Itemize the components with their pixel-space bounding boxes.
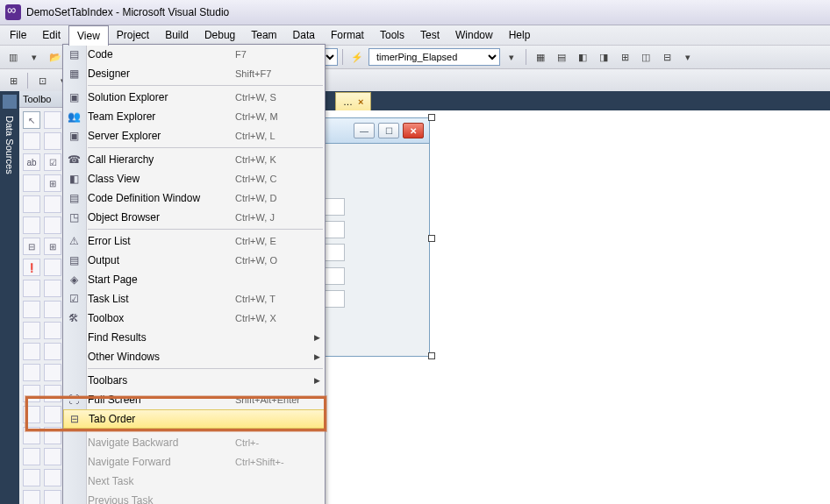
- layout-btn-4[interactable]: ◨: [594, 47, 613, 67]
- view-menu-error-list[interactable]: ⚠Error ListCtrl+W, E: [63, 231, 325, 251]
- view-menu-call-hierarchy[interactable]: ☎Call HierarchyCtrl+W, K: [63, 150, 325, 169]
- toolbox-item-17[interactable]: [44, 280, 61, 297]
- toolbox-item-20[interactable]: [23, 322, 40, 339]
- view-menu-toolbars[interactable]: Toolbars▶: [63, 371, 325, 390]
- view-menu-find-results[interactable]: Find Results▶: [63, 328, 325, 347]
- layout-btn-6[interactable]: ◫: [636, 47, 655, 67]
- menu-build[interactable]: Build: [157, 25, 197, 45]
- toolbox-item-8[interactable]: [23, 195, 40, 213]
- view-menu-other-windows[interactable]: Other Windows▶: [63, 347, 325, 366]
- toolbox-item-15[interactable]: [44, 259, 61, 276]
- view-menu-full-screen[interactable]: ⛶Full ScreenShift+Alt+Enter: [63, 390, 325, 409]
- toolbox-item-25[interactable]: [44, 364, 61, 381]
- toolbox-item-28[interactable]: [23, 406, 40, 423]
- toolbox-item-19[interactable]: [44, 301, 61, 318]
- toolbox-item-13[interactable]: ⊞: [44, 238, 61, 255]
- layout-btn-3[interactable]: ◧: [573, 47, 592, 67]
- toolbox-item-12[interactable]: ⊟: [23, 238, 40, 255]
- menu-test[interactable]: Test: [412, 25, 447, 45]
- toolbox-item-36[interactable]: [23, 490, 40, 504]
- toolbox-item-23[interactable]: [44, 343, 61, 360]
- menu-tools[interactable]: Tools: [372, 25, 412, 45]
- toolbox-item-5[interactable]: ☑: [44, 153, 61, 171]
- resize-handle-se[interactable]: [428, 352, 435, 359]
- toolbox-item-33[interactable]: [44, 448, 61, 465]
- close-window-button[interactable]: ✕: [403, 123, 424, 138]
- view-menu-designer[interactable]: ▦DesignerShift+F7: [63, 64, 325, 83]
- view-menu-solution-explorer[interactable]: ▣Solution ExplorerCtrl+W, S: [63, 88, 325, 107]
- close-icon[interactable]: ×: [358, 96, 363, 107]
- toolbox-item-2[interactable]: [23, 132, 40, 150]
- toolbox-item-7[interactable]: ⊞: [44, 174, 61, 192]
- toolbox-item-30[interactable]: [23, 427, 40, 444]
- left-dock-rail: Data Sources: [0, 91, 19, 504]
- toolbox-item-14[interactable]: ❗: [23, 259, 40, 276]
- menu-team[interactable]: Team: [243, 25, 284, 45]
- toolbox-item-34[interactable]: [23, 469, 40, 486]
- view-menu-output[interactable]: ▤OutputCtrl+W, O: [63, 251, 325, 270]
- view-menu-team-explorer[interactable]: 👥Team ExplorerCtrl+W, M: [63, 107, 325, 126]
- view-menu-tab-order[interactable]: ⊟Tab Order: [63, 409, 325, 429]
- menu-edit[interactable]: Edit: [34, 25, 68, 45]
- add-item-button[interactable]: ▾: [25, 47, 44, 67]
- toolbox-item-22[interactable]: [23, 343, 40, 360]
- view-menu-server-explorer[interactable]: ▣Server ExplorerCtrl+W, L: [63, 126, 325, 146]
- toolbox-item-4[interactable]: ab: [23, 153, 40, 171]
- designer-tab[interactable]: … ×: [335, 92, 371, 110]
- menu-help[interactable]: Help: [501, 25, 539, 45]
- new-project-button[interactable]: ▥: [4, 47, 23, 67]
- view-menu-start-page[interactable]: ◈Start Page: [63, 270, 325, 289]
- menu-item-icon: ⚠: [63, 235, 84, 247]
- menu-file[interactable]: File: [2, 25, 34, 45]
- menu-item-icon: ◧: [63, 173, 84, 185]
- toolbox-item-3[interactable]: [44, 132, 61, 150]
- view-menu-code-definition-window[interactable]: ▤Code Definition WindowCtrl+W, D: [63, 188, 325, 208]
- layout-btn-8[interactable]: ▾: [678, 47, 698, 67]
- toolbox-item-31[interactable]: [44, 427, 61, 444]
- toolbox-item-16[interactable]: [23, 280, 40, 297]
- toolbox-item-11[interactable]: [44, 217, 61, 234]
- toolbox-item-37[interactable]: [44, 490, 61, 504]
- resize-handle-e[interactable]: [428, 235, 435, 242]
- toolbox-item-18[interactable]: [23, 301, 40, 318]
- menu-data[interactable]: Data: [285, 25, 323, 45]
- toolbox-item-1[interactable]: [44, 111, 61, 129]
- view-menu-class-view[interactable]: ◧Class ViewCtrl+W, C: [63, 169, 325, 188]
- view-menu-object-browser[interactable]: ◳Object BrowserCtrl+W, J: [63, 208, 325, 227]
- menu-window[interactable]: Window: [447, 25, 501, 45]
- submenu-arrow-icon: ▶: [314, 352, 325, 361]
- toolbox-item-0[interactable]: ↖: [23, 111, 40, 129]
- menu-debug[interactable]: Debug: [197, 25, 243, 45]
- toolbox-item-29[interactable]: [44, 406, 61, 423]
- menu-view[interactable]: View: [68, 25, 109, 46]
- tb2-btn-2[interactable]: ⊡: [32, 71, 52, 90]
- minimize-button[interactable]: —: [354, 123, 375, 138]
- view-menu-task-list[interactable]: ☑Task ListCtrl+W, T: [63, 289, 325, 309]
- menu-item-label: Solution Explorer: [84, 91, 235, 103]
- toolbox-item-24[interactable]: [23, 364, 40, 381]
- toolbox-item-26[interactable]: [23, 385, 40, 402]
- procedure-select[interactable]: timerPing_Elapsed: [368, 48, 500, 66]
- layout-btn-2[interactable]: ▤: [552, 47, 571, 67]
- layout-btn-7[interactable]: ⊟: [657, 47, 676, 67]
- layout-btn-1[interactable]: ▦: [531, 47, 550, 67]
- tb2-btn-1[interactable]: ⊞: [4, 71, 23, 90]
- resize-handle-ne[interactable]: [428, 114, 435, 121]
- toolbox-item-21[interactable]: [44, 322, 61, 339]
- view-menu-code[interactable]: ▤CodeF7: [63, 45, 325, 64]
- view-menu-toolbox[interactable]: 🛠ToolboxCtrl+W, X: [63, 309, 325, 328]
- toolbox-item-27[interactable]: [44, 385, 61, 402]
- layout-btn-5[interactable]: ⊞: [615, 47, 634, 67]
- toolbox-item-35[interactable]: [44, 469, 61, 486]
- toolbox-item-32[interactable]: [23, 448, 40, 465]
- toolbox-item-9[interactable]: [44, 195, 61, 213]
- data-sources-tab[interactable]: Data Sources: [3, 110, 17, 180]
- toolbox-item-6[interactable]: [23, 174, 40, 192]
- menu-project[interactable]: Project: [109, 25, 157, 45]
- menu-format[interactable]: Format: [323, 25, 372, 45]
- toolbox-title: Toolbo: [19, 91, 63, 108]
- toolbox-item-10[interactable]: [23, 217, 40, 234]
- proc-dropdown-icon[interactable]: ▾: [502, 47, 521, 67]
- maximize-button[interactable]: ☐: [378, 123, 399, 138]
- rail-icon[interactable]: [3, 95, 17, 109]
